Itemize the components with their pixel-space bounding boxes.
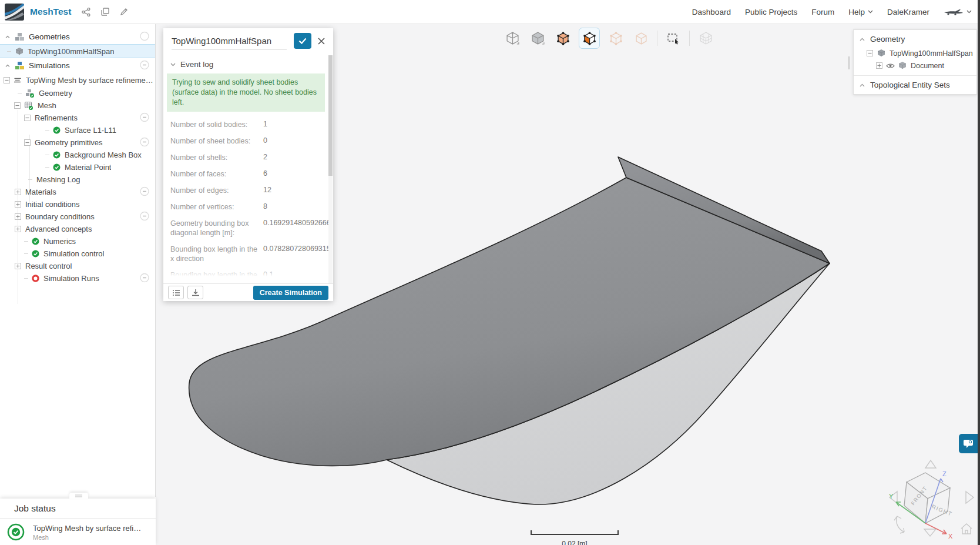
tree-item-sim-topwing-mesh[interactable]: TopWing Mesh by surface refinement ONLY	[0, 73, 155, 87]
select-face-icon-selected[interactable]	[579, 28, 600, 49]
edit-pencil-icon[interactable]	[120, 8, 128, 16]
window-edge-strip	[978, 0, 980, 545]
solid-view-icon[interactable]	[528, 29, 547, 48]
stat-row: Number of faces: 6	[163, 169, 333, 179]
box-select-icon[interactable]	[664, 29, 683, 48]
collapse-circle-button[interactable]	[140, 112, 149, 123]
tree-item-geometry-primitives[interactable]: Geometry primitives	[0, 136, 155, 149]
tree-item-boundary-conditions[interactable]: Boundary conditions	[0, 210, 155, 223]
stat-label: Geometry bounding box diagonal length [m…	[170, 219, 260, 238]
tree-item-label: Background Mesh Box	[65, 151, 142, 159]
tree-item-material-point[interactable]: Material Point	[0, 161, 155, 173]
collapse-box-icon[interactable]	[24, 115, 31, 121]
collapse-circle-button[interactable]	[140, 211, 149, 222]
tree-item-label: TopWing100mmHalfSpan	[28, 47, 114, 56]
chat-button[interactable]	[959, 434, 978, 453]
share-icon[interactable]	[82, 8, 90, 16]
tree-item-numerics[interactable]: Numerics	[0, 235, 155, 248]
expand-box-icon[interactable]	[15, 189, 21, 195]
x-axis	[925, 523, 947, 534]
panel-resize-grip[interactable]	[848, 56, 850, 69]
job-status-row[interactable]: TopWing Mesh by surface refinement o... …	[0, 519, 156, 541]
nav-dashboard[interactable]: Dashboard	[692, 8, 731, 16]
tree-item-simulations[interactable]: Simulations	[0, 58, 155, 73]
collapse-circle-button[interactable]	[140, 186, 149, 198]
wireframe-view-icon[interactable]	[503, 29, 522, 48]
expand-box-icon[interactable]	[876, 62, 882, 69]
download-button[interactable]	[187, 286, 203, 299]
visibility-eye-icon[interactable]	[886, 63, 895, 69]
collapse-box-icon[interactable]	[867, 50, 873, 56]
tree-item-meshing-log[interactable]: Meshing Log	[0, 173, 155, 186]
tree-item-refinements[interactable]: Refinements	[0, 112, 155, 124]
mesh-view-icon-disabled[interactable]	[696, 29, 715, 48]
stat-row: Number of sheet bodies: 0	[163, 136, 333, 146]
rotate-down-arrow	[924, 529, 936, 536]
collapse-box-icon[interactable]	[4, 77, 10, 83]
stat-row: Number of shells: 2	[163, 153, 333, 162]
confirm-button[interactable]	[294, 33, 311, 49]
collapse-chevron-icon	[860, 38, 865, 41]
tree-item-result-control[interactable]: Result control	[0, 260, 155, 272]
tree-item-geometry[interactable]: Geometry	[0, 87, 155, 99]
tree-item-background-mesh-box[interactable]: Background Mesh Box	[0, 149, 155, 161]
collapse-chevron-icon	[860, 83, 865, 87]
radio-circle-icon[interactable]	[140, 31, 149, 42]
nav-public-projects[interactable]: Public Projects	[745, 8, 797, 16]
tree-item-materials[interactable]: Materials	[0, 186, 155, 198]
check-circle-icon	[53, 126, 61, 134]
scene-item-document[interactable]: Document	[854, 59, 976, 72]
tree-item-mesh[interactable]: Mesh	[0, 99, 155, 112]
nav-forum[interactable]: Forum	[811, 8, 834, 16]
tree-item-advanced-concepts[interactable]: Advanced concepts	[0, 223, 155, 235]
job-success-icon	[7, 523, 25, 541]
collapse-circle-button[interactable]	[140, 60, 149, 71]
tree-item-simulation-runs[interactable]: Simulation Runs	[0, 272, 155, 285]
tree-item-label: Refinements	[35, 113, 78, 122]
collapse-chevron-icon[interactable]	[5, 34, 11, 40]
navigation-cube[interactable]: FRONT RIGHT Z Y X	[884, 452, 979, 541]
nav-help-menu[interactable]: Help	[848, 8, 873, 16]
copy-icon[interactable]	[101, 8, 109, 16]
event-log-list-button[interactable]	[168, 286, 184, 299]
collapse-box-icon[interactable]	[14, 102, 21, 109]
geometry-check-icon	[25, 89, 35, 98]
app-logo[interactable]	[5, 4, 24, 21]
create-simulation-button[interactable]: Create Simulation	[253, 286, 328, 300]
collapse-circle-button[interactable]	[140, 273, 149, 284]
expand-box-icon[interactable]	[15, 201, 21, 208]
stat-label: Bounding box length in the x direction	[170, 245, 260, 263]
tree-item-surface-refinement[interactable]: Surface L1-L11	[0, 124, 155, 136]
nav-username[interactable]: DaleKramer	[887, 8, 929, 16]
tree-item-simulation-control[interactable]: Simulation control	[0, 248, 155, 260]
run-status-icon	[32, 275, 39, 282]
nav-help-label: Help	[848, 8, 865, 16]
expand-box-icon[interactable]	[15, 226, 21, 232]
panel-scrollbar[interactable]	[328, 55, 333, 283]
expand-box-icon[interactable]	[15, 213, 21, 220]
geometry-name-input[interactable]: TopWing100mmHalfSpan	[172, 33, 287, 49]
select-vertex-icon-disabled[interactable]	[632, 29, 650, 48]
expand-box-icon[interactable]	[15, 263, 21, 269]
collapse-circle-button[interactable]	[140, 137, 149, 148]
event-log-section-header[interactable]: Event log	[163, 54, 333, 72]
scrollbar-thumb[interactable]	[328, 55, 333, 176]
check-circle-icon	[32, 238, 39, 245]
tree-item-initial-conditions[interactable]: Initial conditions	[0, 198, 155, 210]
scene-item-topwing[interactable]: TopWing100mmHalfSpan	[854, 47, 976, 59]
tree-item-geometries[interactable]: Geometries	[0, 29, 155, 44]
select-edge-icon-disabled[interactable]	[606, 29, 625, 48]
collapse-chevron-icon[interactable]	[5, 63, 11, 69]
collapse-box-icon[interactable]	[24, 139, 31, 146]
geometry-section-header[interactable]: Geometry	[854, 30, 976, 47]
tree-item-label: Geometry	[39, 89, 72, 98]
select-volume-icon[interactable]	[553, 29, 572, 48]
tree-item-topwing-geometry[interactable]: TopWing100mmHalfSpan	[0, 44, 155, 58]
user-avatar-menu[interactable]	[944, 8, 972, 16]
job-panel-drag-handle[interactable]	[69, 493, 88, 499]
simulation-tree-sidebar: Geometries TopWing100mmHalfSpan Simulati…	[0, 24, 156, 497]
rotate-right-arrow	[966, 491, 974, 503]
tree-item-label: Materials	[25, 188, 56, 196]
close-icon[interactable]	[316, 36, 327, 46]
topological-entity-sets-header[interactable]: Topological Entity Sets	[854, 76, 976, 94]
